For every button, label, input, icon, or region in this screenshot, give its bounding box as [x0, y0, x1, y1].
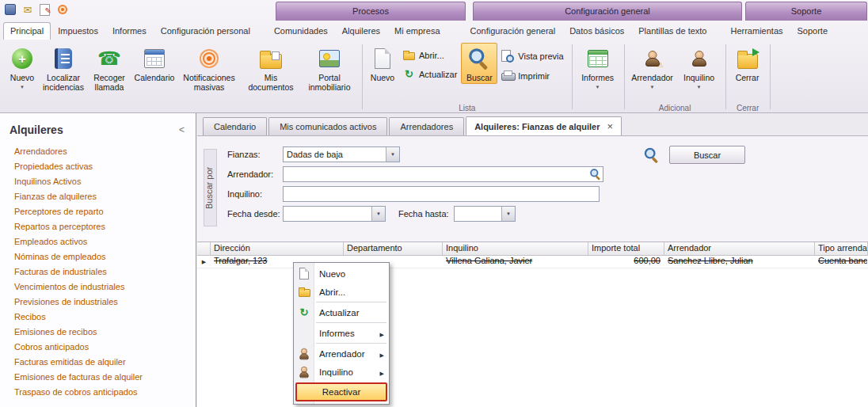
- lookup-search-icon[interactable]: [590, 169, 601, 180]
- tenant-person-icon: [691, 50, 707, 67]
- grid-header-arrendador[interactable]: Arrendador: [664, 242, 815, 255]
- abrir-button[interactable]: Abrir...: [401, 49, 459, 61]
- panel-buscar-button[interactable]: Buscar: [669, 146, 745, 164]
- dropdown-arrow-icon: [371, 207, 385, 221]
- menu-separator: [316, 322, 386, 323]
- ribbon-tab-configuracion-general[interactable]: Configuración general: [463, 22, 563, 40]
- grid-header-departamento[interactable]: Departamento: [344, 242, 443, 255]
- context-menu-item-inquilino[interactable]: Inquilino: [294, 363, 389, 381]
- open-folder-icon: [299, 289, 310, 297]
- sidebar-item-emisiones-de-recibos[interactable]: Emisiones de recibos: [14, 325, 196, 340]
- chevron-down-icon: [20, 85, 25, 90]
- context-menu-label: Informes: [319, 329, 355, 338]
- notificaciones-masivas-button[interactable]: Notificaciones masivas: [177, 43, 241, 93]
- cell-tipo-arrendamiento: Cuenta banc: [815, 256, 868, 268]
- localizar-incidencias-label: Localizar incidencias: [42, 73, 85, 92]
- localizar-incidencias-button[interactable]: Localizar incidencias: [40, 43, 87, 93]
- ribbon-body: Nuevo Localizar incidencias Recoger llam…: [0, 40, 868, 112]
- document-tab-mis-comunicados-activos[interactable]: Mis comunicados activos: [268, 117, 387, 135]
- submenu-arrow-icon: [380, 349, 384, 359]
- documents-folder-icon: [260, 54, 282, 69]
- chevron-down-icon: [596, 85, 600, 90]
- ribbon-tab-principal[interactable]: Principal: [3, 22, 51, 40]
- sidebar-item-propiedades-activas[interactable]: Propiedades activas: [14, 159, 196, 174]
- broadcast-icon[interactable]: [56, 3, 69, 16]
- ribbon-tab-soporte[interactable]: Soporte: [790, 22, 836, 40]
- grid-header-row: Dirección Departamento Inquilino Importe…: [197, 242, 868, 256]
- fecha-desde-select[interactable]: [283, 206, 386, 222]
- nuevo-button[interactable]: Nuevo: [5, 43, 40, 92]
- sidebar-item-cobros-anticipados[interactable]: Cobros anticipados: [14, 340, 196, 355]
- ribbon-tab-datos-basicos[interactable]: Datos básicos: [562, 22, 631, 40]
- quick-access-bar: Procesos Configuración general Soporte: [0, 0, 868, 21]
- ribbon-tab-mi-empresa[interactable]: Mi empresa: [387, 22, 447, 40]
- arrendador-label: Arrendador: [631, 73, 673, 82]
- portal-inmobiliario-button[interactable]: Portal inmobiliario: [301, 43, 358, 93]
- document-tab-bar: Calendario Mis comunicados activos Arren…: [203, 116, 622, 135]
- mis-documentos-button[interactable]: Mis documentos: [241, 43, 301, 93]
- sidebar-item-vencimientos-de-industriales[interactable]: Vencimientos de industriales: [14, 280, 196, 295]
- vista-previa-label: Vista previa: [518, 51, 563, 61]
- inquilino-button[interactable]: Inquilino: [677, 43, 721, 92]
- sidebar-item-arrendadores[interactable]: Arrendadores: [14, 144, 196, 159]
- group-label-adicional: Adicional: [626, 104, 724, 112]
- notes-icon[interactable]: [39, 3, 51, 16]
- search-icon: [645, 147, 659, 162]
- nuevo-documento-button[interactable]: Nuevo: [366, 43, 399, 84]
- sidebar-item-perceptores-de-reparto[interactable]: Perceptores de reparto: [14, 204, 196, 219]
- mail-icon[interactable]: [21, 3, 34, 16]
- context-menu-item-arrendador[interactable]: Arrendador: [294, 344, 389, 363]
- tab-close-icon[interactable]: [607, 121, 613, 131]
- inquilino-input[interactable]: [283, 186, 600, 202]
- sidebar-item-recibos[interactable]: Recibos: [14, 310, 196, 325]
- sidebar-item-repartos-a-perceptores[interactable]: Repartos a perceptores: [14, 219, 196, 234]
- ribbon-tab-configuracion-personal[interactable]: Configuración personal: [154, 22, 257, 40]
- sidebar: Alquileres Arrendadores Propiedades acti…: [0, 113, 196, 407]
- sidebar-item-emisiones-de-facturas-de-alquiler[interactable]: Emisiones de facturas de alquiler: [14, 370, 196, 385]
- ribbon-tab-alquileres[interactable]: Alquileres: [335, 22, 387, 40]
- grid-header-importe-total[interactable]: Importe total: [588, 242, 664, 255]
- grid-header-direccion[interactable]: Dirección: [211, 242, 344, 255]
- sidebar-item-empleados-activos[interactable]: Empleados activos: [14, 234, 196, 249]
- context-menu-item-reactivar[interactable]: Reactivar: [295, 382, 387, 401]
- sidebar-item-fianzas-de-alquileres[interactable]: Fianzas de alquileres: [14, 189, 196, 204]
- ribbon-tab-plantillas-de-texto[interactable]: Plantillas de texto: [631, 22, 714, 40]
- imprimir-button[interactable]: Imprimir: [499, 70, 565, 82]
- nuevo-documento-label: Nuevo: [371, 73, 394, 82]
- recoger-llamada-button[interactable]: Recoger llamada: [87, 43, 131, 93]
- context-menu-item-informes[interactable]: Informes: [294, 324, 389, 342]
- context-menu-item-nuevo[interactable]: Nuevo: [294, 264, 389, 283]
- fianzas-select[interactable]: Dadas de baja: [283, 146, 400, 162]
- sidebar-item-traspaso-de-cobros-anticipados[interactable]: Traspaso de cobros anticipados: [14, 385, 196, 400]
- ribbon-tab-informes[interactable]: Informes: [105, 22, 154, 40]
- context-menu-item-abrir[interactable]: Abrir...: [294, 283, 389, 301]
- fecha-hasta-label: Fecha hasta:: [398, 209, 454, 219]
- informes-button[interactable]: Informes: [576, 43, 620, 92]
- sidebar-collapse-icon[interactable]: [176, 124, 188, 135]
- ribbon-group-divider: [572, 44, 573, 109]
- sidebar-item-facturas-emitidas-de-alquiler[interactable]: Facturas emitidas de alquiler: [14, 355, 196, 370]
- sidebar-item-previsiones-de-industriales[interactable]: Previsiones de industriales: [14, 295, 196, 310]
- vista-previa-button[interactable]: Vista previa: [499, 49, 565, 63]
- context-menu-item-actualizar[interactable]: Actualizar: [294, 303, 389, 321]
- document-tab-arrendadores[interactable]: Arrendadores: [389, 117, 464, 135]
- buscar-button[interactable]: Buscar: [461, 43, 497, 84]
- ribbon-tab-impuestos[interactable]: Impuestos: [51, 22, 105, 40]
- sidebar-item-inquilinos-activos[interactable]: Inquilinos Activos: [14, 174, 196, 189]
- cerrar-button[interactable]: Cerrar: [729, 43, 766, 84]
- arrendador-input[interactable]: [283, 166, 603, 182]
- sidebar-item-facturas-de-industriales[interactable]: Facturas de industriales: [14, 264, 196, 280]
- contextual-group-procesos: Procesos: [276, 2, 466, 21]
- ribbon-tab-comunidades[interactable]: Comunidades: [267, 22, 335, 40]
- actualizar-button[interactable]: Actualizar: [401, 67, 459, 81]
- arrendador-button[interactable]: Arrendador: [628, 43, 677, 92]
- document-tab-calendario[interactable]: Calendario: [203, 117, 267, 135]
- fecha-hasta-select[interactable]: [454, 206, 516, 222]
- ribbon-tab-herramientas[interactable]: Herramientas: [723, 22, 790, 40]
- calendario-button[interactable]: Calendario: [131, 43, 177, 84]
- grid-header-tipo-arrendamiento[interactable]: Tipo arrenda: [815, 242, 868, 255]
- sidebar-item-nominas-de-empleados[interactable]: Nóminas de empleados: [14, 249, 196, 264]
- save-icon[interactable]: [4, 3, 17, 16]
- document-tab-fianzas-de-alquiler[interactable]: Alquileres: Fianzas de alquiler: [466, 116, 622, 135]
- grid-header-inquilino[interactable]: Inquilino: [443, 242, 588, 255]
